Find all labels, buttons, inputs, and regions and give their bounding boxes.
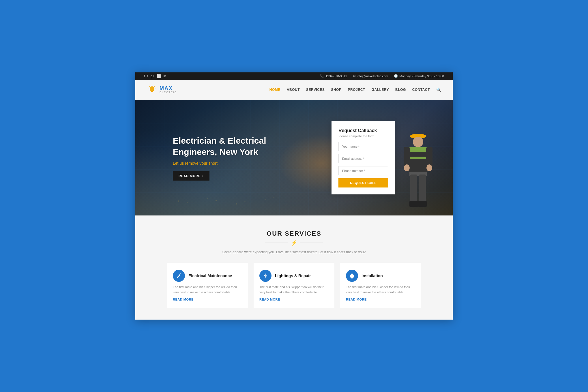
svg-rect-3 bbox=[151, 92, 153, 92]
svg-point-38 bbox=[404, 164, 410, 171]
logo-text: MAX ELECTRIC bbox=[160, 86, 177, 94]
main-nav: HOME ABOUT SERVICES SHOP PROJECT GALLERY… bbox=[269, 87, 441, 92]
hero-title: Electrician & Electrical Engineers, New … bbox=[173, 135, 266, 157]
logo-electric: ELECTRIC bbox=[160, 91, 177, 94]
service-icon-1 bbox=[259, 270, 271, 282]
svg-point-25 bbox=[236, 203, 237, 205]
social-links: f t g+ ⬜ in bbox=[144, 74, 166, 78]
nav-about[interactable]: ABOUT bbox=[287, 88, 300, 92]
linkedin-icon[interactable]: in bbox=[163, 74, 166, 78]
svg-rect-37 bbox=[426, 147, 432, 167]
svg-point-1 bbox=[150, 86, 154, 91]
gear-icon bbox=[349, 273, 355, 279]
facebook-icon[interactable]: f bbox=[144, 74, 145, 78]
read-more-button[interactable]: READ MORE › bbox=[173, 171, 209, 181]
svg-point-24 bbox=[207, 198, 208, 198]
service-link-1[interactable]: READ MORE bbox=[259, 298, 329, 301]
service-link-0[interactable]: READ MORE bbox=[173, 298, 242, 301]
service-desc-2: The first mate and his Skipper too will … bbox=[346, 285, 415, 295]
svg-point-23 bbox=[178, 200, 179, 202]
svg-rect-41 bbox=[410, 175, 417, 203]
svg-rect-43 bbox=[409, 201, 418, 207]
wrench-icon bbox=[176, 273, 182, 279]
phone-number: 1234-678-9011 bbox=[325, 74, 347, 78]
instagram-icon[interactable]: ⬜ bbox=[157, 74, 161, 78]
phone-info: 📞 1234-678-9011 bbox=[320, 74, 347, 78]
service-desc-0: The first mate and his Skipper too will … bbox=[173, 285, 242, 295]
form-title: Request Callback bbox=[338, 128, 388, 133]
service-link-2[interactable]: READ MORE bbox=[346, 298, 415, 301]
services-section: OUR SERVICES ⚡ Come aboard were expectin… bbox=[135, 215, 453, 320]
hours-info: 🕐 Monday - Saturday 9:00 - 18:00 bbox=[394, 74, 444, 78]
service-name-1: Lightings & Repair bbox=[275, 273, 311, 278]
nav-blog[interactable]: BLOG bbox=[395, 88, 406, 92]
service-card-1: Lightings & Repair The first mate and hi… bbox=[254, 263, 334, 308]
email-address: info@maxelectric.com bbox=[357, 74, 388, 78]
svg-point-32 bbox=[413, 137, 423, 147]
search-icon[interactable]: 🔍 bbox=[436, 87, 441, 92]
svg-point-30 bbox=[274, 197, 274, 198]
service-header-2: Installation bbox=[346, 270, 415, 282]
site-header: MAX ELECTRIC HOME ABOUT SERVICES SHOP PR… bbox=[135, 80, 453, 100]
nav-gallery[interactable]: GALLERY bbox=[372, 88, 389, 92]
hero-subtitle: Let us remove your short bbox=[173, 161, 266, 166]
clock-icon: 🕐 bbox=[394, 74, 398, 78]
phone-icon: 📞 bbox=[320, 74, 324, 78]
svg-point-27 bbox=[187, 202, 188, 203]
browser-frame: f t g+ ⬜ in 📞 1234-678-9011 ✉ info@maxel… bbox=[135, 72, 453, 320]
contact-info: 📞 1234-678-9011 ✉ info@maxelectric.com 🕐… bbox=[320, 74, 444, 78]
nav-shop[interactable]: SHOP bbox=[331, 88, 341, 92]
hero-content: Electrician & Electrical Engineers, New … bbox=[173, 135, 266, 181]
svg-point-29 bbox=[245, 201, 246, 202]
form-subtitle: Please complete the form bbox=[338, 134, 388, 138]
bolt-icon bbox=[263, 273, 268, 279]
service-icon-0 bbox=[173, 270, 185, 282]
svg-rect-36 bbox=[404, 147, 410, 167]
svg-rect-42 bbox=[419, 175, 426, 203]
nav-project[interactable]: PROJECT bbox=[348, 88, 365, 92]
section-divider: ⚡ bbox=[147, 240, 441, 246]
logo-icon bbox=[147, 85, 157, 95]
divider-left bbox=[265, 243, 288, 243]
arrow-icon: › bbox=[202, 174, 204, 178]
svg-point-26 bbox=[265, 199, 266, 200]
phone-input[interactable] bbox=[338, 166, 388, 175]
logo[interactable]: MAX ELECTRIC bbox=[147, 85, 177, 95]
twitter-icon[interactable]: t bbox=[147, 74, 148, 78]
email-input[interactable] bbox=[338, 154, 388, 163]
service-card-0: Electrical Maintenance The first mate an… bbox=[167, 263, 248, 308]
service-desc-1: The first mate and his Skipper too will … bbox=[259, 285, 329, 295]
services-grid: Electrical Maintenance The first mate an… bbox=[147, 263, 441, 308]
lightning-icon: ⚡ bbox=[291, 240, 297, 246]
service-header-1: Lightings & Repair bbox=[259, 270, 329, 282]
divider-right bbox=[300, 243, 323, 243]
svg-rect-44 bbox=[418, 201, 427, 207]
service-name-2: Installation bbox=[362, 273, 383, 278]
email-info: ✉ info@maxelectric.com bbox=[353, 74, 388, 78]
svg-marker-34 bbox=[408, 147, 428, 152]
email-icon: ✉ bbox=[353, 74, 355, 78]
nav-services[interactable]: SERVICES bbox=[306, 88, 325, 92]
logo-max: MAX bbox=[160, 86, 177, 91]
service-name-0: Electrical Maintenance bbox=[188, 273, 232, 278]
service-card-2: Installation The first mate and his Skip… bbox=[340, 263, 421, 308]
svg-point-39 bbox=[426, 164, 432, 171]
business-hours: Monday - Saturday 9:00 - 18:00 bbox=[399, 74, 444, 78]
top-bar: f t g+ ⬜ in 📞 1234-678-9011 ✉ info@maxel… bbox=[135, 72, 453, 80]
name-input[interactable] bbox=[338, 142, 388, 151]
svg-rect-2 bbox=[151, 91, 153, 92]
service-header-0: Electrical Maintenance bbox=[173, 270, 242, 282]
service-icon-2 bbox=[346, 270, 358, 282]
hero-section: Electrician & Electrical Engineers, New … bbox=[135, 100, 453, 215]
request-call-button[interactable]: REQUEST CALL bbox=[338, 178, 388, 187]
svg-line-6 bbox=[149, 86, 150, 87]
services-description: Come aboard were expecting you. Love lif… bbox=[147, 250, 441, 254]
svg-point-28 bbox=[216, 200, 217, 201]
worker-silhouette bbox=[401, 123, 435, 215]
nav-contact[interactable]: CONTACT bbox=[412, 88, 430, 92]
svg-line-5 bbox=[154, 86, 155, 87]
nav-home[interactable]: HOME bbox=[269, 88, 280, 92]
services-title: OUR SERVICES bbox=[147, 230, 441, 237]
callback-form: Request Callback Please complete the for… bbox=[332, 121, 395, 194]
googleplus-icon[interactable]: g+ bbox=[151, 74, 155, 78]
